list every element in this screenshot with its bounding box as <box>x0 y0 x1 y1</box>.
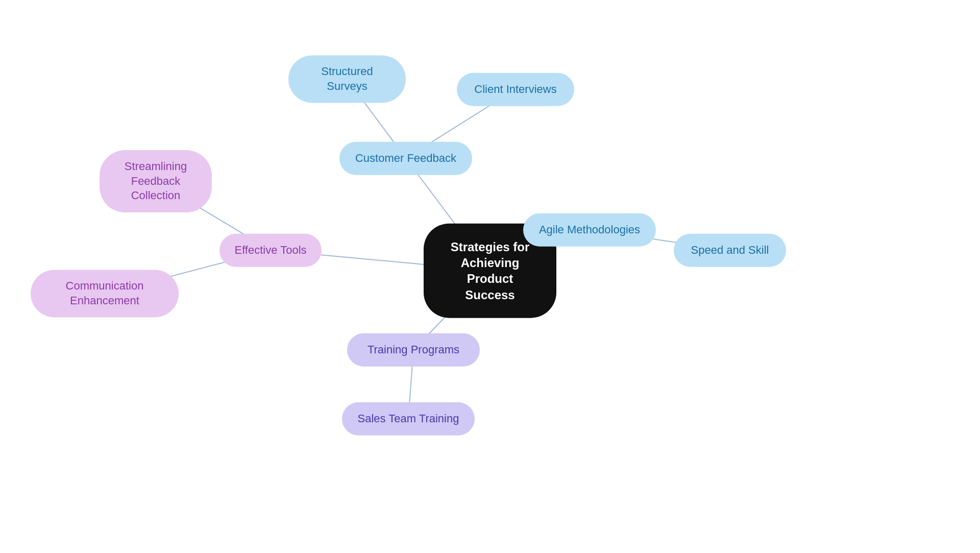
node-communication_enhancement: Communication Enhancement <box>31 270 179 317</box>
node-sales_team_training: Sales Team Training <box>342 402 475 436</box>
node-speed_and_skill: Speed and Skill <box>674 234 786 267</box>
node-training_programs: Training Programs <box>347 333 480 367</box>
node-structured_surveys: Structured Surveys <box>288 55 406 103</box>
node-streamlining_feedback: Streamlining Feedback Collection <box>100 150 212 212</box>
node-effective_tools: Effective Tools <box>219 234 322 267</box>
node-client_interviews: Client Interviews <box>457 73 574 106</box>
node-agile_methodologies: Agile Methodologies <box>523 213 656 247</box>
node-customer_feedback: Customer Feedback <box>339 142 472 175</box>
